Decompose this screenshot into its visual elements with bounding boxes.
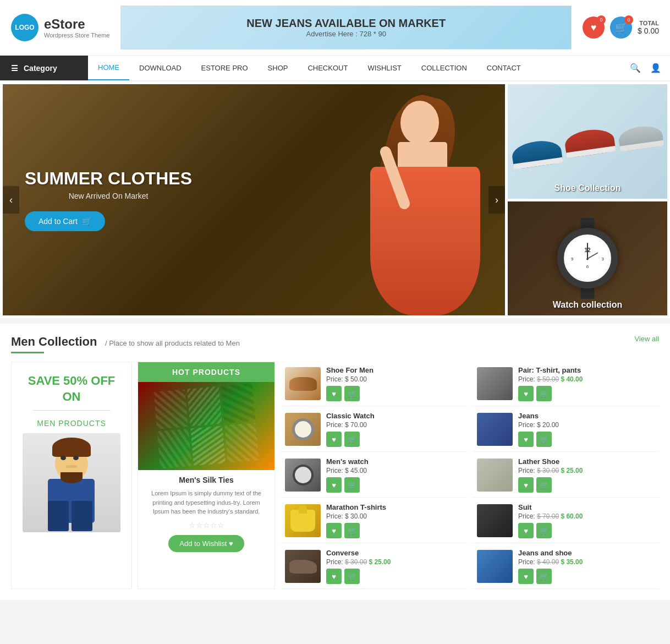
- user-icon[interactable]: 👤: [647, 59, 664, 77]
- main-nav: ☰ Category HOME DOWNLOAD ESTORE PRO SHOP…: [0, 56, 670, 81]
- price-old: $ 70.00: [537, 512, 559, 520]
- product-details: Suit Price: $ 70.00 $ 60.00 ♥ 🛒: [518, 503, 655, 538]
- product-price: Price: $ 70.00 $ 60.00: [518, 512, 655, 520]
- product-price: Price: $ 30.00 $ 25.00: [326, 558, 463, 566]
- cart-action-button[interactable]: 🛒: [536, 432, 552, 447]
- list-item: Suit Price: $ 70.00 $ 60.00 ♥ 🛒: [473, 499, 659, 543]
- watch-face: 12 9●3 6: [557, 228, 618, 288]
- product-price: Price: $ 50.00: [326, 375, 463, 383]
- product-name: Suit: [518, 503, 655, 511]
- men-collection-section: Men Collection / Place to show all produ…: [0, 324, 670, 600]
- wishlist-action-button[interactable]: ♥: [518, 569, 534, 584]
- cart-action-button[interactable]: 🛒: [344, 523, 360, 538]
- wishlist-action-button[interactable]: ♥: [326, 569, 342, 584]
- cart-action-button[interactable]: 🛒: [344, 477, 360, 493]
- hot-product-image: [138, 382, 274, 470]
- header-banner[interactable]: NEW JEANS AVAILABLE ON MARKET Advertise …: [120, 6, 572, 50]
- section-desc: / Place to show all products related to …: [105, 339, 240, 347]
- nav-download[interactable]: DOWNLOAD: [129, 56, 191, 80]
- product-price: Price: $ 40.00 $ 35.00: [518, 558, 655, 566]
- nav-estore-pro[interactable]: ESTORE PRO: [191, 56, 258, 80]
- cart-button[interactable]: 🛒 0: [610, 17, 632, 39]
- chevron-right-icon: ›: [495, 194, 498, 206]
- product-thumbnail: [477, 459, 513, 492]
- hero-side-panels: Shoe Collection 12 9●3 6 Watch collec: [508, 84, 667, 315]
- list-item: Shoe For Men Price: $ 50.00 ♥ 🛒: [281, 362, 467, 406]
- nav-home[interactable]: HOME: [88, 56, 129, 80]
- product-list-right: Pair: T-shirt, pants Price: $ 50.00 $ 40…: [473, 362, 659, 589]
- hamburger-icon: ☰: [11, 64, 18, 73]
- save-title: SAVE 50% OFF ON: [23, 373, 120, 405]
- wishlist-action-button[interactable]: ♥: [518, 432, 534, 447]
- hero-prev-button[interactable]: ‹: [3, 186, 19, 214]
- nav-collection[interactable]: COLLECTION: [411, 56, 477, 80]
- site-header: LOGO eStore Wordpress Store Theme NEW JE…: [0, 0, 670, 56]
- price-new: $ 25.00: [369, 558, 391, 566]
- product-thumbnail: [477, 413, 513, 446]
- hero-slider: SUMMER CLOTHES New Arrived On Market Add…: [3, 84, 505, 315]
- shoe-blue: [510, 138, 563, 170]
- price-old: $ 50.00: [537, 375, 559, 383]
- product-thumbnail: [477, 367, 513, 400]
- section-header: Men Collection / Place to show all produ…: [11, 335, 659, 353]
- wishlist-button[interactable]: ♥ 0: [583, 17, 605, 39]
- view-all-link[interactable]: View all: [634, 335, 659, 343]
- list-item: Converse Price: $ 30.00 $ 25.00 ♥ 🛒: [281, 544, 467, 589]
- watch-collection-panel[interactable]: 12 9●3 6 Watch collection: [508, 201, 667, 316]
- nav-checkout[interactable]: CHECKOUT: [298, 56, 358, 80]
- product-name: Marathon T-shirts: [326, 503, 463, 511]
- hero-slide-content: SUMMER CLOTHES New Arrived On Market Add…: [25, 168, 192, 231]
- price-new: $ 60.00: [561, 512, 583, 520]
- store-name: eStore: [44, 17, 109, 32]
- product-details: Jeans and shoe Price: $ 40.00 $ 35.00 ♥ …: [518, 549, 655, 584]
- save-divider: [32, 410, 111, 411]
- add-to-wishlist-button[interactable]: Add to Wishlist ♥: [168, 535, 244, 552]
- product-name: Lather Shoe: [518, 457, 655, 466]
- wishlist-action-button[interactable]: ♥: [326, 432, 342, 447]
- hero-next-button[interactable]: ›: [488, 186, 505, 214]
- wishlist-action-button[interactable]: ♥: [326, 523, 342, 538]
- list-item: Men's watch Price: $ 45.00 ♥ 🛒: [281, 453, 467, 498]
- chevron-left-icon: ‹: [9, 194, 13, 206]
- product-actions: ♥ 🛒: [518, 569, 655, 584]
- hero-section: SUMMER CLOTHES New Arrived On Market Add…: [0, 81, 670, 318]
- product-details: Marathon T-shirts Price: $ 30.00 ♥ 🛒: [326, 503, 463, 538]
- wishlist-action-button[interactable]: ♥: [326, 477, 342, 493]
- list-item: Jeans and shoe Price: $ 40.00 $ 35.00 ♥ …: [473, 544, 659, 589]
- store-tagline: Wordpress Store Theme: [44, 32, 109, 39]
- cart-total: TOTAL $ 0.00: [638, 20, 659, 35]
- nav-wishlist[interactable]: WISHLIST: [358, 56, 411, 80]
- cart-action-button[interactable]: 🛒: [536, 386, 552, 401]
- wishlist-action-button[interactable]: ♥: [518, 386, 534, 401]
- logo-icon[interactable]: LOGO: [11, 14, 39, 41]
- cart-action-button[interactable]: 🛒: [536, 523, 552, 538]
- cart-action-button[interactable]: 🛒: [344, 569, 360, 584]
- hot-product-desc: Lorem Ipsum is simply dummy text of the …: [144, 489, 269, 516]
- category-button[interactable]: ☰ Category: [0, 56, 88, 80]
- product-stars: ☆☆☆☆☆: [144, 521, 269, 530]
- search-icon[interactable]: 🔍: [627, 59, 644, 77]
- nav-shop[interactable]: SHOP: [258, 56, 298, 80]
- product-price: Price: $ 50.00 $ 40.00: [518, 375, 655, 383]
- wishlist-action-button[interactable]: ♥: [518, 523, 534, 538]
- product-thumbnail: [477, 504, 513, 537]
- cart-action-button[interactable]: 🛒: [344, 386, 360, 401]
- cart-action-button[interactable]: 🛒: [344, 432, 360, 447]
- product-list-left: Shoe For Men Price: $ 50.00 ♥ 🛒 Classic …: [281, 362, 467, 589]
- cart-action-button[interactable]: 🛒: [536, 569, 552, 584]
- product-name: Jeans and shoe: [518, 549, 655, 557]
- product-thumbnail: [285, 504, 321, 537]
- product-name: Converse: [326, 549, 463, 557]
- list-item: Marathon T-shirts Price: $ 30.00 ♥ 🛒: [281, 499, 467, 543]
- product-actions: ♥ 🛒: [326, 477, 463, 493]
- add-to-cart-hero-button[interactable]: Add to Cart 🛒: [25, 211, 105, 231]
- product-price: Price: $ 45.00: [326, 467, 463, 474]
- price-old: $ 30.00: [345, 558, 367, 566]
- nav-contact[interactable]: CONTACT: [477, 56, 531, 80]
- shoe-red: [563, 127, 616, 158]
- wishlist-action-button[interactable]: ♥: [518, 477, 534, 493]
- product-name: Jeans: [518, 412, 655, 420]
- shoe-collection-panel[interactable]: Shoe Collection: [508, 84, 667, 199]
- cart-action-button[interactable]: 🛒: [536, 477, 552, 493]
- wishlist-action-button[interactable]: ♥: [326, 386, 342, 401]
